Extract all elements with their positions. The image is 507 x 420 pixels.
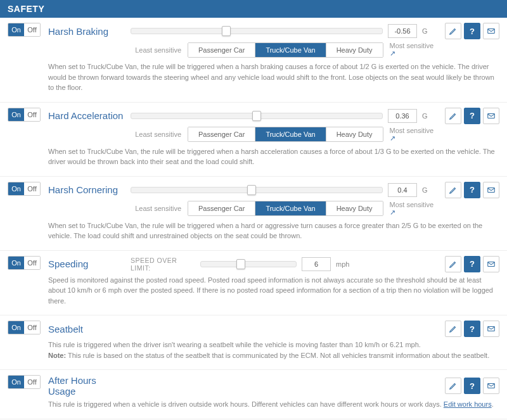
least-sensitive-label: Least sensitive [131, 205, 181, 212]
rule-toggle[interactable]: OnOff [8, 375, 41, 410]
seg-option[interactable]: Heavy Duty [326, 43, 383, 57]
speed-over-label: SPEED OVER LIMIT: [131, 257, 194, 272]
rule-description: This rule is triggered when the driver i… [48, 340, 499, 360]
toggle-off[interactable]: Off [24, 23, 40, 36]
help-button[interactable]: ? [464, 108, 480, 124]
mail-button[interactable] [483, 256, 499, 272]
edit-button[interactable] [445, 23, 461, 39]
toggle-on[interactable]: On [8, 376, 24, 388]
sensitivity-segment[interactable]: Passenger CarTruck/Cube VanHeavy Duty [188, 127, 383, 142]
rule-toggle[interactable]: OnOff [8, 256, 41, 307]
unit-label: G [422, 112, 439, 120]
section-header: SAFETY [0, 0, 507, 18]
rule-description: When set to Truck/Cube Van, the rule wil… [48, 220, 499, 241]
mail-button[interactable] [483, 378, 499, 394]
speed-slider[interactable] [200, 261, 297, 267]
least-sensitive-label: Least sensitive [131, 46, 181, 54]
edit-button[interactable] [445, 182, 461, 198]
toggle-on[interactable]: On [8, 108, 24, 121]
rule-row: OnOff Harsh Cornering G ? Least sensitiv… [0, 177, 507, 251]
toggle-on[interactable]: On [8, 321, 24, 334]
unit-label: mph [336, 260, 352, 268]
rule-toggle[interactable]: OnOff [8, 321, 41, 360]
seg-option[interactable]: Passenger Car [188, 201, 255, 215]
help-button[interactable]: ? [464, 378, 480, 394]
unit-label: G [422, 27, 439, 35]
help-button[interactable]: ? [464, 182, 480, 198]
seg-option[interactable]: Passenger Car [188, 127, 255, 141]
rule-title: Seatbelt [48, 324, 124, 334]
rule-title: Hard Acceleration [48, 110, 124, 121]
toggle-off[interactable]: Off [24, 321, 40, 334]
edit-button[interactable] [445, 378, 461, 394]
seg-option[interactable]: Truck/Cube Van [255, 43, 326, 57]
most-sensitive-label: Most sensitive ↗ [390, 127, 440, 143]
help-button[interactable]: ? [464, 321, 480, 337]
most-sensitive-label: Most sensitive ↗ [390, 42, 440, 58]
seg-option[interactable]: Heavy Duty [326, 201, 383, 215]
edit-work-hours-link[interactable]: Edit work hours [444, 400, 492, 408]
rule-row: OnOff Seatbelt ? This rule is triggered … [0, 315, 507, 370]
sensitivity-segment[interactable]: Passenger CarTruck/Cube VanHeavy Duty [188, 201, 383, 216]
toggle-on[interactable]: On [8, 257, 24, 269]
sensitivity-slider[interactable] [131, 28, 383, 34]
rule-description: When set to Truck/Cube Van, the rule wil… [48, 146, 499, 167]
help-button[interactable]: ? [464, 256, 480, 272]
rule-title: Harsh Cornering [48, 184, 124, 195]
least-sensitive-label: Least sensitive [131, 130, 181, 138]
seg-option[interactable]: Truck/Cube Van [255, 127, 326, 141]
value-input[interactable] [302, 257, 331, 271]
rule-row: OnOff Harsh Braking G ? Least sensitive … [0, 18, 507, 103]
rule-toggle[interactable]: OnOff [8, 23, 41, 93]
most-sensitive-label: Most sensitive ↗ [390, 201, 440, 217]
toggle-on[interactable]: On [8, 23, 24, 36]
edit-button[interactable] [445, 321, 461, 337]
external-link-icon[interactable]: ↗ [390, 208, 395, 216]
toggle-off[interactable]: Off [24, 257, 40, 269]
toggle-off[interactable]: Off [24, 108, 40, 121]
edit-button[interactable] [445, 108, 461, 124]
toggle-on[interactable]: On [8, 182, 24, 195]
value-input[interactable] [388, 109, 417, 123]
rule-description: Speed is monitored against the posted ro… [48, 275, 499, 307]
seg-option[interactable]: Passenger Car [188, 43, 255, 57]
value-input[interactable] [388, 24, 417, 38]
mail-button[interactable] [483, 182, 499, 198]
rule-title: Harsh Braking [48, 26, 124, 37]
toggle-off[interactable]: Off [24, 376, 40, 388]
edit-button[interactable] [445, 256, 461, 272]
mail-button[interactable] [483, 321, 499, 337]
rule-description: When set to Truck/Cube Van, the rule wil… [48, 61, 499, 93]
external-link-icon[interactable]: ↗ [390, 134, 395, 142]
value-input[interactable] [388, 183, 417, 197]
rule-row: OnOff After Hours Usage ? This rule is t… [0, 370, 507, 419]
rule-toggle[interactable]: OnOff [8, 108, 41, 167]
sensitivity-slider[interactable] [131, 187, 383, 193]
sensitivity-segment[interactable]: Passenger CarTruck/Cube VanHeavy Duty [188, 42, 383, 58]
rule-row: OnOff Hard Acceleration G ? Least sensit… [0, 103, 507, 177]
sensitivity-slider[interactable] [131, 113, 383, 119]
seg-option[interactable]: Heavy Duty [326, 127, 383, 141]
help-button[interactable]: ? [464, 23, 480, 39]
rule-title: After Hours Usage [48, 375, 124, 397]
toggle-off[interactable]: Off [24, 182, 40, 195]
mail-button[interactable] [483, 108, 499, 124]
rule-toggle[interactable]: OnOff [8, 182, 41, 241]
unit-label: G [422, 186, 439, 194]
rule-title: Speeding [48, 258, 124, 269]
rule-row: OnOff Speeding SPEED OVER LIMIT: mph ? S… [0, 251, 507, 316]
seg-option[interactable]: Truck/Cube Van [255, 201, 326, 215]
mail-button[interactable] [483, 23, 499, 39]
external-link-icon[interactable]: ↗ [390, 49, 395, 57]
rule-description: This rule is triggered when a vehicle is… [48, 399, 499, 410]
